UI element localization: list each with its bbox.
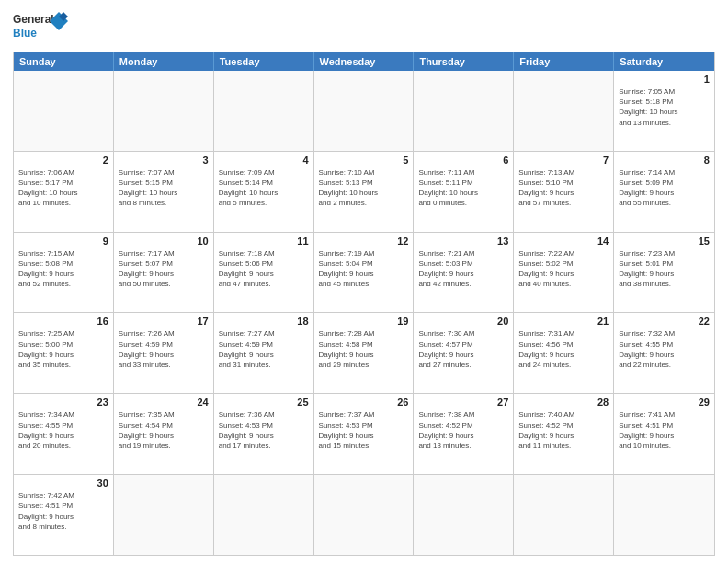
day-number: 10	[119, 236, 209, 247]
calendar-day-cell: 19Sunrise: 7:28 AM Sunset: 4:58 PM Dayli…	[314, 313, 415, 393]
calendar-day-cell: 16Sunrise: 7:25 AM Sunset: 5:00 PM Dayli…	[14, 313, 114, 393]
calendar-day-cell: 1Sunrise: 7:05 AM Sunset: 5:18 PM Daylig…	[614, 71, 714, 151]
day-info: Sunrise: 7:19 AM Sunset: 5:04 PM Dayligh…	[319, 248, 409, 290]
day-number: 21	[518, 316, 609, 327]
day-info: Sunrise: 7:07 AM Sunset: 5:15 PM Dayligh…	[119, 167, 209, 209]
calendar-day-cell: 22Sunrise: 7:32 AM Sunset: 4:55 PM Dayli…	[614, 313, 714, 393]
empty-cell	[114, 71, 214, 151]
day-info: Sunrise: 7:36 AM Sunset: 4:53 PM Dayligh…	[219, 409, 309, 451]
day-number: 3	[119, 155, 209, 166]
page: General Blue SundayMondayTuesdayWednesda…	[0, 0, 728, 563]
calendar-row: 16Sunrise: 7:25 AM Sunset: 5:00 PM Dayli…	[14, 312, 714, 393]
day-number: 25	[219, 396, 309, 408]
calendar-day-cell: 3Sunrise: 7:07 AM Sunset: 5:15 PM Daylig…	[114, 152, 214, 232]
day-info: Sunrise: 7:41 AM Sunset: 4:51 PM Dayligh…	[619, 409, 710, 451]
calendar-row: 9Sunrise: 7:15 AM Sunset: 5:08 PM Daylig…	[14, 232, 714, 313]
day-info: Sunrise: 7:37 AM Sunset: 4:53 PM Dayligh…	[319, 409, 409, 451]
calendar-day-cell: 9Sunrise: 7:15 AM Sunset: 5:08 PM Daylig…	[14, 233, 114, 313]
day-info: Sunrise: 7:15 AM Sunset: 5:08 PM Dayligh…	[18, 248, 108, 290]
calendar-day-cell: 4Sunrise: 7:09 AM Sunset: 5:14 PM Daylig…	[214, 152, 314, 232]
empty-cell	[14, 71, 114, 151]
day-number: 22	[619, 316, 710, 327]
day-info: Sunrise: 7:23 AM Sunset: 5:01 PM Dayligh…	[619, 248, 710, 290]
day-number: 14	[518, 236, 609, 247]
day-number: 15	[619, 236, 710, 247]
day-info: Sunrise: 7:42 AM Sunset: 4:51 PM Dayligh…	[18, 490, 108, 532]
day-info: Sunrise: 7:09 AM Sunset: 5:14 PM Dayligh…	[219, 167, 309, 209]
empty-cell	[414, 475, 514, 555]
weekday-header: Monday	[114, 52, 214, 71]
day-info: Sunrise: 7:32 AM Sunset: 4:55 PM Dayligh…	[619, 328, 710, 370]
day-number: 13	[418, 236, 508, 247]
day-number: 12	[319, 236, 409, 247]
calendar-body: 1Sunrise: 7:05 AM Sunset: 5:18 PM Daylig…	[14, 71, 714, 555]
calendar-day-cell: 26Sunrise: 7:37 AM Sunset: 4:53 PM Dayli…	[314, 394, 415, 474]
day-info: Sunrise: 7:38 AM Sunset: 4:52 PM Dayligh…	[418, 409, 508, 451]
calendar-day-cell: 5Sunrise: 7:10 AM Sunset: 5:13 PM Daylig…	[314, 152, 415, 232]
weekday-header: Friday	[514, 52, 614, 71]
weekday-header: Saturday	[614, 52, 714, 71]
empty-cell	[514, 475, 614, 555]
calendar-day-cell: 6Sunrise: 7:11 AM Sunset: 5:11 PM Daylig…	[414, 152, 514, 232]
day-number: 9	[18, 236, 108, 247]
empty-cell	[214, 71, 314, 151]
day-number: 2	[18, 155, 108, 166]
day-number: 5	[319, 155, 409, 166]
day-number: 17	[119, 316, 209, 327]
calendar-day-cell: 25Sunrise: 7:36 AM Sunset: 4:53 PM Dayli…	[214, 394, 314, 474]
day-info: Sunrise: 7:05 AM Sunset: 5:18 PM Dayligh…	[619, 86, 710, 128]
day-number: 6	[418, 155, 508, 166]
empty-cell	[314, 475, 415, 555]
day-number: 28	[518, 396, 609, 408]
calendar-day-cell: 12Sunrise: 7:19 AM Sunset: 5:04 PM Dayli…	[314, 233, 415, 313]
calendar-day-cell: 24Sunrise: 7:35 AM Sunset: 4:54 PM Dayli…	[114, 394, 214, 474]
calendar-day-cell: 14Sunrise: 7:22 AM Sunset: 5:02 PM Dayli…	[514, 233, 614, 313]
day-number: 23	[18, 396, 108, 408]
calendar-day-cell: 30Sunrise: 7:42 AM Sunset: 4:51 PM Dayli…	[14, 475, 114, 555]
day-number: 26	[319, 396, 409, 408]
calendar-day-cell: 8Sunrise: 7:14 AM Sunset: 5:09 PM Daylig…	[614, 152, 714, 232]
day-info: Sunrise: 7:18 AM Sunset: 5:06 PM Dayligh…	[219, 248, 309, 290]
day-number: 20	[418, 316, 508, 327]
day-info: Sunrise: 7:40 AM Sunset: 4:52 PM Dayligh…	[518, 409, 609, 451]
day-info: Sunrise: 7:35 AM Sunset: 4:54 PM Dayligh…	[119, 409, 209, 451]
calendar: SundayMondayTuesdayWednesdayThursdayFrid…	[13, 52, 715, 556]
day-info: Sunrise: 7:25 AM Sunset: 5:00 PM Dayligh…	[18, 328, 108, 370]
day-number: 27	[418, 396, 508, 408]
day-info: Sunrise: 7:11 AM Sunset: 5:11 PM Dayligh…	[418, 167, 508, 209]
calendar-day-cell: 28Sunrise: 7:40 AM Sunset: 4:52 PM Dayli…	[514, 394, 614, 474]
day-info: Sunrise: 7:21 AM Sunset: 5:03 PM Dayligh…	[418, 248, 508, 290]
day-info: Sunrise: 7:17 AM Sunset: 5:07 PM Dayligh…	[119, 248, 209, 290]
day-number: 16	[18, 316, 108, 327]
empty-cell	[114, 475, 214, 555]
calendar-row: 2Sunrise: 7:06 AM Sunset: 5:17 PM Daylig…	[14, 151, 714, 232]
day-info: Sunrise: 7:13 AM Sunset: 5:10 PM Dayligh…	[518, 167, 609, 209]
logo: General Blue	[13, 9, 68, 46]
calendar-header: SundayMondayTuesdayWednesdayThursdayFrid…	[14, 52, 714, 71]
day-info: Sunrise: 7:34 AM Sunset: 4:55 PM Dayligh…	[18, 409, 108, 451]
calendar-day-cell: 10Sunrise: 7:17 AM Sunset: 5:07 PM Dayli…	[114, 233, 214, 313]
day-number: 30	[18, 477, 108, 488]
day-number: 7	[518, 155, 609, 166]
day-info: Sunrise: 7:14 AM Sunset: 5:09 PM Dayligh…	[619, 167, 710, 209]
day-number: 29	[619, 396, 710, 408]
calendar-day-cell: 23Sunrise: 7:34 AM Sunset: 4:55 PM Dayli…	[14, 394, 114, 474]
empty-cell	[214, 475, 314, 555]
calendar-row: 1Sunrise: 7:05 AM Sunset: 5:18 PM Daylig…	[14, 71, 714, 151]
calendar-day-cell: 2Sunrise: 7:06 AM Sunset: 5:17 PM Daylig…	[14, 152, 114, 232]
weekday-header: Wednesday	[314, 52, 415, 71]
calendar-day-cell: 7Sunrise: 7:13 AM Sunset: 5:10 PM Daylig…	[514, 152, 614, 232]
day-info: Sunrise: 7:27 AM Sunset: 4:59 PM Dayligh…	[219, 328, 309, 370]
empty-cell	[614, 475, 714, 555]
day-number: 19	[319, 316, 409, 327]
svg-text:General: General	[13, 13, 54, 26]
day-info: Sunrise: 7:10 AM Sunset: 5:13 PM Dayligh…	[319, 167, 409, 209]
day-info: Sunrise: 7:26 AM Sunset: 4:59 PM Dayligh…	[119, 328, 209, 370]
header: General Blue	[13, 9, 715, 46]
empty-cell	[514, 71, 614, 151]
day-info: Sunrise: 7:31 AM Sunset: 4:56 PM Dayligh…	[518, 328, 609, 370]
empty-cell	[314, 71, 415, 151]
calendar-day-cell: 21Sunrise: 7:31 AM Sunset: 4:56 PM Dayli…	[514, 313, 614, 393]
day-info: Sunrise: 7:28 AM Sunset: 4:58 PM Dayligh…	[319, 328, 409, 370]
calendar-day-cell: 29Sunrise: 7:41 AM Sunset: 4:51 PM Dayli…	[614, 394, 714, 474]
